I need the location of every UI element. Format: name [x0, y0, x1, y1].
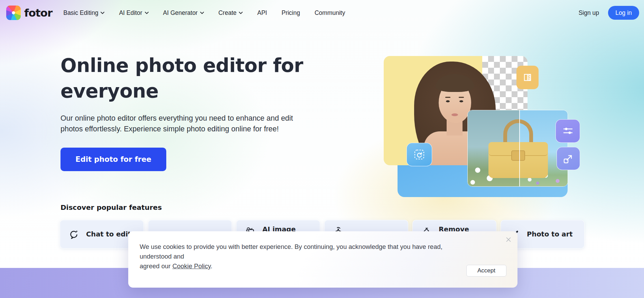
main-menu: Basic Editing AI Editor AI Generator Cre… — [63, 9, 345, 17]
chevron-down-icon — [239, 12, 243, 14]
page-title: Online photo editor for everyone — [60, 53, 303, 104]
chevron-down-icon — [145, 12, 149, 14]
fotor-landing-page: fotor Basic Editing AI Editor AI Generat… — [0, 0, 644, 298]
top-navigation: fotor Basic Editing AI Editor AI Generat… — [0, 0, 644, 26]
rotate-tool-icon — [407, 143, 432, 166]
log-in-button[interactable]: Log in — [608, 6, 639, 20]
feature-label: Chat to edit — [86, 230, 131, 238]
menu-item-create[interactable]: Create — [218, 9, 243, 17]
fotor-logo[interactable]: fotor — [6, 6, 52, 20]
cookie-policy-link[interactable]: Cookie Policy — [172, 262, 211, 270]
nav-account-area: Sign up Log in — [579, 6, 639, 20]
resize-tool-icon — [557, 147, 580, 170]
chevron-down-icon — [101, 12, 104, 14]
menu-item-pricing[interactable]: Pricing — [281, 9, 300, 17]
chevron-down-icon — [200, 12, 204, 14]
hero-section: Online photo editor for everyone Our onl… — [60, 53, 303, 171]
menu-item-ai-generator[interactable]: AI Generator — [163, 9, 204, 17]
menu-item-basic-editing[interactable]: Basic Editing — [63, 9, 104, 17]
cookie-consent-banner: We use cookies to provide you with bette… — [128, 231, 517, 288]
chat-refresh-icon — [69, 230, 78, 239]
before-after-divider — [519, 110, 520, 186]
menu-item-api[interactable]: API — [257, 9, 267, 17]
sign-up-link[interactable]: Sign up — [579, 9, 599, 17]
hero-description: Our online photo editor offers everythin… — [60, 113, 303, 134]
features-heading: Discover popular features — [60, 203, 162, 212]
accept-cookies-button[interactable]: Accept — [466, 265, 506, 277]
fotor-logo-icon — [6, 6, 21, 20]
menu-item-community[interactable]: Community — [315, 9, 345, 17]
before-after-bag-card — [467, 110, 568, 187]
crop-tool-icon — [516, 66, 539, 89]
edit-photo-cta-button[interactable]: Edit photo for free — [60, 148, 166, 171]
close-icon[interactable] — [504, 235, 513, 244]
adjust-sliders-icon — [556, 119, 580, 143]
cookie-message: We use cookies to provide you with bette… — [140, 242, 444, 271]
menu-item-ai-editor[interactable]: AI Editor — [119, 9, 148, 17]
feature-label: Photo to art — [527, 230, 573, 238]
handbag-clasp — [511, 150, 525, 161]
fotor-logo-wordmark: fotor — [24, 7, 52, 19]
